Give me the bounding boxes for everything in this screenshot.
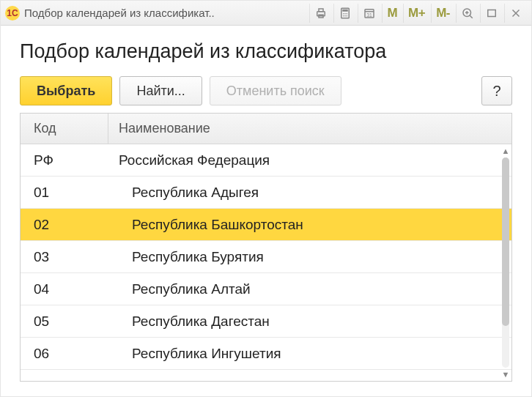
cell-name: Республика Дагестан — [108, 313, 511, 330]
cell-code: 02 — [21, 217, 108, 233]
cell-name: Республика Алтай — [108, 281, 511, 297]
svg-rect-4 — [343, 9, 349, 11]
print-icon[interactable] — [309, 4, 332, 23]
app-icon: 1C — [5, 6, 20, 21]
cell-code: 04 — [21, 281, 108, 297]
svg-text:31: 31 — [367, 12, 373, 17]
cell-code: РФ — [21, 152, 108, 168]
cell-code: 03 — [21, 249, 108, 265]
scroll-thumb[interactable] — [502, 157, 509, 326]
scroll-up-icon[interactable]: ▲ — [502, 146, 510, 156]
cell-code: 01 — [21, 185, 108, 201]
scroll-down-icon[interactable]: ▼ — [502, 369, 510, 379]
cell-name: Республика Адыгея — [108, 185, 511, 201]
help-button[interactable]: ? — [481, 76, 512, 105]
column-header-name[interactable]: Наименование — [108, 121, 511, 136]
window-title: Подбор календарей из классификат.. — [24, 7, 215, 19]
grid-header: Код Наименование — [21, 114, 511, 144]
page-title: Подбор календарей из классификатора — [20, 40, 512, 63]
content: Подбор календарей из классификатора Выбр… — [1, 26, 531, 396]
calculator-icon[interactable] — [333, 4, 356, 23]
memory-m-button[interactable]: M — [382, 4, 402, 23]
titlebar-tools: 31 M M+ M- — [309, 4, 527, 23]
svg-line-17 — [470, 15, 473, 18]
table-row[interactable]: 06Республика Ингушетия — [21, 338, 511, 370]
zoom-icon[interactable] — [456, 4, 479, 23]
svg-rect-18 — [488, 10, 496, 16]
cell-name: Республика Бурятия — [108, 249, 511, 265]
column-header-code[interactable]: Код — [21, 114, 108, 144]
table-row[interactable]: 05Республика Дагестан — [21, 305, 511, 338]
grid: Код Наименование РФРоссийская Федерация0… — [20, 113, 512, 382]
svg-point-6 — [345, 13, 347, 15]
toolbar: Выбрать Найти... Отменить поиск ? — [20, 76, 512, 105]
svg-point-7 — [347, 13, 348, 15]
svg-point-5 — [343, 13, 344, 15]
svg-point-8 — [343, 15, 344, 17]
cell-code: 06 — [21, 346, 108, 362]
table-row[interactable]: 04Республика Алтай — [21, 273, 511, 305]
table-row[interactable]: 02Республика Башкортостан — [21, 209, 511, 241]
cell-name: Республика Башкортостан — [108, 217, 511, 233]
window: 1C Подбор календарей из классификат.. 31… — [0, 0, 532, 397]
svg-point-9 — [345, 15, 347, 17]
memory-mminus-button[interactable]: M- — [431, 4, 454, 23]
find-button[interactable]: Найти... — [119, 76, 202, 105]
memory-mplus-button[interactable]: M+ — [403, 4, 429, 23]
svg-rect-1 — [319, 9, 323, 12]
cancel-search-button[interactable]: Отменить поиск — [210, 76, 341, 105]
close-icon[interactable] — [504, 4, 527, 23]
cell-name: Республика Ингушетия — [108, 346, 511, 362]
grid-body: РФРоссийская Федерация01Республика Адыге… — [21, 144, 511, 381]
cell-code: 05 — [21, 313, 108, 330]
svg-point-10 — [347, 15, 348, 17]
table-row[interactable]: 01Республика Адыгея — [21, 177, 511, 209]
scrollbar[interactable]: ▲ ▼ — [501, 146, 510, 379]
calendar-icon[interactable]: 31 — [358, 4, 380, 23]
maximize-icon[interactable] — [480, 4, 503, 23]
table-row[interactable]: 03Республика Бурятия — [21, 241, 511, 273]
select-button[interactable]: Выбрать — [20, 76, 112, 105]
scroll-track[interactable] — [502, 157, 509, 368]
titlebar: 1C Подбор календарей из классификат.. 31… — [1, 1, 531, 26]
table-row[interactable]: РФРоссийская Федерация — [21, 144, 511, 177]
cell-name: Российская Федерация — [108, 152, 511, 168]
